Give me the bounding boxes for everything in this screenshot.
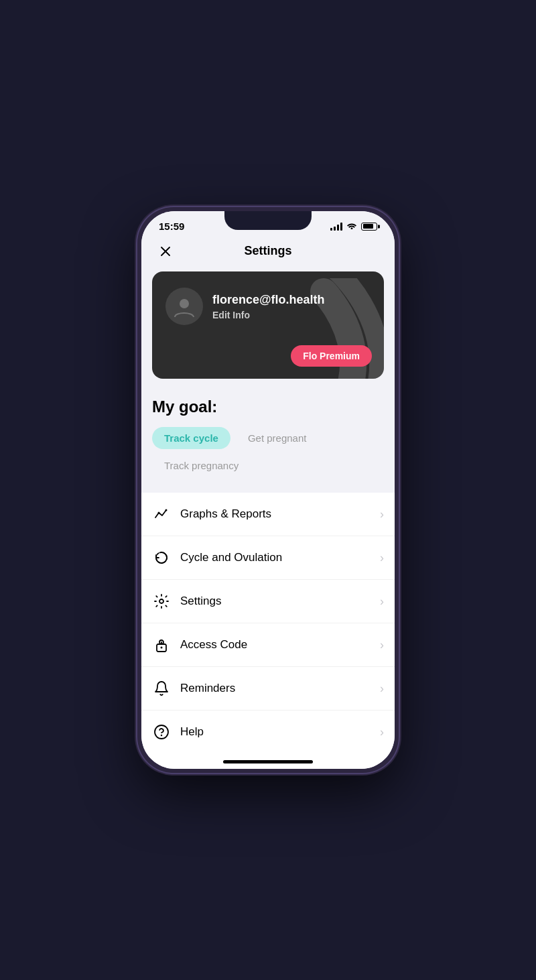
menu-item-access-code[interactable]: Access Code › [141, 623, 395, 667]
close-icon [159, 245, 172, 257]
menu-item-cycle-ovulation[interactable]: Cycle and Ovulation › [141, 536, 395, 580]
svg-point-2 [180, 299, 189, 308]
edit-info-button[interactable]: Edit Info [212, 310, 325, 320]
signal-icon [330, 223, 342, 231]
status-icons [330, 221, 377, 231]
chevron-right-icon: › [380, 551, 384, 565]
phone-screen: 15:59 [141, 211, 395, 769]
menu-item-help[interactable]: Help › [141, 711, 395, 746]
my-goal-section: My goal: Track cycle Get pregnant Track … [141, 384, 395, 487]
chevron-right-icon: › [380, 595, 384, 609]
goal-tab-get-pregnant[interactable]: Get pregnant [236, 427, 319, 449]
header: Settings [141, 236, 395, 266]
premium-badge[interactable]: Flo Premium [291, 345, 372, 367]
bell-icon [152, 679, 171, 698]
cycle-icon [152, 548, 171, 567]
status-time: 15:59 [159, 221, 184, 232]
my-goal-title: My goal: [152, 397, 384, 416]
profile-email: florence@flo.health [212, 293, 325, 307]
goal-tab-track-pregnancy[interactable]: Track pregnancy [152, 454, 251, 477]
menu-item-graphs-reports[interactable]: Graphs & Reports › [141, 493, 395, 536]
chart-icon [152, 505, 171, 524]
svg-point-4 [158, 512, 160, 514]
menu-item-reminders[interactable]: Reminders › [141, 667, 395, 711]
home-bar [223, 760, 313, 763]
profile-text: florence@flo.health Edit Info [212, 293, 325, 320]
goal-tab-track-cycle[interactable]: Track cycle [152, 427, 230, 449]
lock-icon [152, 635, 171, 654]
svg-point-6 [159, 599, 163, 603]
phone-frame: 15:59 [137, 207, 399, 773]
screen-content: Settings florence@ [141, 236, 395, 746]
notch [224, 211, 312, 230]
chevron-right-icon: › [380, 725, 384, 739]
battery-icon [361, 223, 377, 231]
cycle-ovulation-label: Cycle and Ovulation [180, 551, 380, 564]
help-icon [152, 723, 171, 741]
profile-card[interactable]: florence@flo.health Edit Info Flo Premiu… [152, 271, 384, 379]
svg-point-3 [165, 509, 168, 511]
close-button[interactable] [155, 241, 176, 262]
chevron-right-icon: › [380, 638, 384, 652]
chevron-right-icon: › [380, 682, 384, 696]
graphs-reports-label: Graphs & Reports [180, 507, 380, 521]
menu-list: Graphs & Reports › Cycle and Ovulation › [141, 493, 395, 746]
profile-info: florence@flo.health Edit Info [165, 288, 371, 325]
help-label: Help [180, 725, 380, 739]
svg-point-10 [155, 725, 168, 739]
reminders-label: Reminders [180, 682, 380, 695]
home-indicator [141, 746, 395, 769]
wifi-icon [346, 221, 357, 231]
avatar-icon [172, 294, 196, 318]
page-title: Settings [244, 244, 291, 258]
access-code-label: Access Code [180, 638, 380, 652]
chevron-right-icon: › [380, 507, 384, 522]
svg-point-9 [161, 647, 163, 649]
goal-tabs: Track cycle Get pregnant Track pregnancy [152, 427, 384, 477]
menu-item-settings[interactable]: Settings › [141, 580, 395, 623]
settings-label: Settings [180, 595, 380, 608]
avatar [165, 288, 203, 325]
gear-icon [152, 592, 171, 611]
